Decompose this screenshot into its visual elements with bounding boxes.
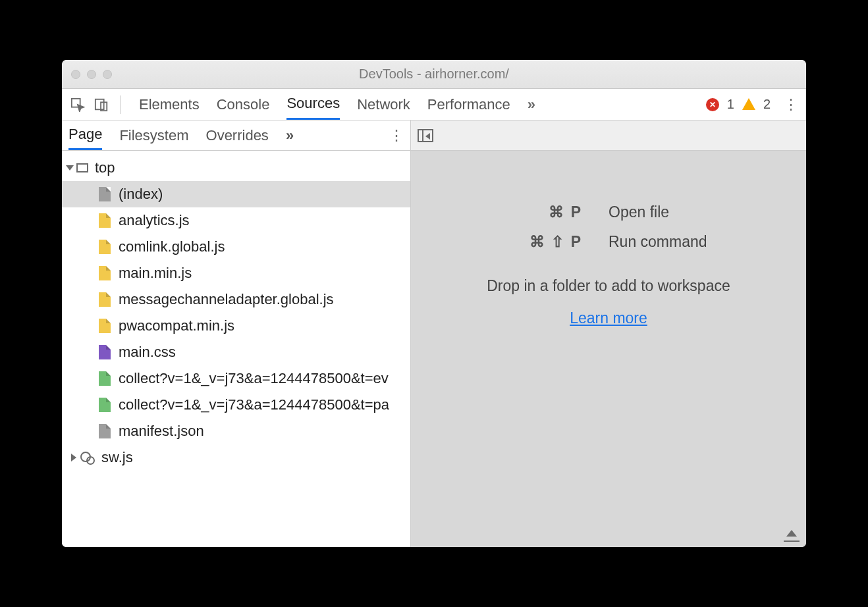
file-row[interactable]: collect?v=1&_v=j73&a=1244478500&t=pa <box>62 392 410 418</box>
tab-console[interactable]: Console <box>217 89 270 120</box>
file-row[interactable]: (index) <box>62 181 410 207</box>
navigator-kebab-icon[interactable]: ⋮ <box>389 127 404 144</box>
panel-tabbar: ElementsConsoleSourcesNetworkPerformance… <box>62 89 806 120</box>
device-toolbar-icon[interactable] <box>90 93 113 117</box>
tree-service-worker[interactable]: sw.js <box>62 444 410 471</box>
workspace-drop-text: Drop in a folder to add to workspace <box>487 277 730 295</box>
service-worker-icon <box>80 450 95 465</box>
file-row[interactable]: collect?v=1&_v=j73&a=1244478500&t=ev <box>62 365 410 392</box>
file-icon <box>99 292 111 307</box>
editor-placeholder: ⌘ P Open file ⌘ ⇧ P Run command Drop in … <box>411 151 806 547</box>
file-row[interactable]: comlink.global.js <box>62 234 410 260</box>
shortcut-open-file: ⌘ P Open file <box>470 203 747 221</box>
navigator-tab-page[interactable]: Page <box>68 120 102 150</box>
shortcut-run-keys: ⌘ ⇧ P <box>470 233 582 251</box>
file-icon <box>99 319 111 333</box>
navigator-tabbar: PageFilesystemOverrides » ⋮ <box>62 120 410 151</box>
file-name: (index) <box>119 186 163 203</box>
file-icon <box>99 398 111 412</box>
frame-icon <box>76 163 88 172</box>
file-name: collect?v=1&_v=j73&a=1244478500&t=pa <box>119 396 389 413</box>
chevron-right-icon <box>71 454 76 462</box>
tab-sources[interactable]: Sources <box>286 89 340 120</box>
chevron-down-icon <box>66 165 74 171</box>
file-row[interactable]: analytics.js <box>62 207 410 234</box>
window-title: DevTools - airhorner.com/ <box>62 66 806 82</box>
file-name: comlink.global.js <box>119 238 225 255</box>
file-name: main.min.js <box>119 265 192 282</box>
file-row[interactable]: messagechanneladapter.global.js <box>62 286 410 313</box>
settings-kebab-icon[interactable]: ⋮ <box>784 96 798 113</box>
navigator-tab-filesystem[interactable]: Filesystem <box>119 120 188 150</box>
file-name: messagechanneladapter.global.js <box>119 291 334 308</box>
file-name: manifest.json <box>119 423 204 440</box>
tree-sw-label: sw.js <box>101 449 133 466</box>
tree-top-label: top <box>95 159 115 176</box>
tree-top-frame[interactable]: top <box>62 155 410 181</box>
file-row[interactable]: main.min.js <box>62 260 410 286</box>
shortcut-open-label: Open file <box>609 203 669 221</box>
editor-topbar <box>411 120 806 151</box>
file-icon <box>99 424 111 438</box>
file-icon <box>99 240 111 254</box>
warning-count: 2 <box>763 97 771 112</box>
editor-pane: ⌘ P Open file ⌘ ⇧ P Run command Drop in … <box>411 120 806 547</box>
file-icon <box>99 213 111 228</box>
file-name: pwacompat.min.js <box>119 317 234 334</box>
panel-tabs: ElementsConsoleSourcesNetworkPerformance <box>139 89 510 120</box>
shortcut-run-command: ⌘ ⇧ P Run command <box>470 233 747 251</box>
shortcut-open-keys: ⌘ P <box>470 203 582 221</box>
file-icon <box>99 266 111 280</box>
error-badge-icon[interactable] <box>706 98 719 111</box>
navigator-tabs: PageFilesystemOverrides <box>68 120 269 150</box>
sources-body: PageFilesystemOverrides » ⋮ top (index)a… <box>62 120 806 547</box>
tab-network[interactable]: Network <box>357 89 410 120</box>
more-panels-icon[interactable]: » <box>528 96 535 113</box>
tab-performance[interactable]: Performance <box>427 89 510 120</box>
error-count: 1 <box>727 97 734 112</box>
file-icon <box>99 345 111 359</box>
shortcut-run-label: Run command <box>609 233 707 251</box>
file-icon <box>99 187 111 201</box>
navigator-tab-overrides[interactable]: Overrides <box>206 120 269 150</box>
tab-elements[interactable]: Elements <box>139 89 200 120</box>
file-name: main.css <box>119 344 176 361</box>
separator <box>120 95 121 114</box>
file-name: collect?v=1&_v=j73&a=1244478500&t=ev <box>119 370 389 387</box>
titlebar: DevTools - airhorner.com/ <box>62 60 806 89</box>
devtools-window: DevTools - airhorner.com/ ElementsConsol… <box>62 60 806 547</box>
navigator-pane: PageFilesystemOverrides » ⋮ top (index)a… <box>62 120 411 547</box>
svg-rect-1 <box>95 99 104 109</box>
warning-badge-icon[interactable] <box>742 98 755 110</box>
tabbar-status: 1 2 ⋮ <box>706 96 802 113</box>
file-icon <box>99 371 111 386</box>
file-row[interactable]: main.css <box>62 339 410 365</box>
learn-more-link[interactable]: Learn more <box>570 309 647 327</box>
more-navigator-tabs-icon[interactable]: » <box>286 127 294 144</box>
file-name: analytics.js <box>119 212 190 229</box>
file-row[interactable]: manifest.json <box>62 418 410 444</box>
inspect-element-icon[interactable] <box>66 93 90 117</box>
file-row[interactable]: pwacompat.min.js <box>62 313 410 339</box>
drawer-toggle-icon[interactable] <box>784 529 800 542</box>
file-tree: top (index)analytics.jscomlink.global.js… <box>62 151 410 547</box>
toggle-navigator-icon[interactable] <box>418 129 433 142</box>
